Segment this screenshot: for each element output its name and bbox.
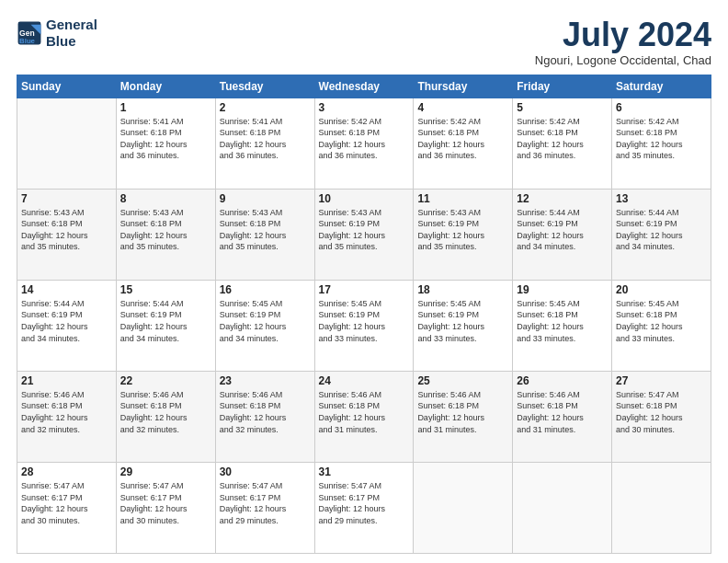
day-number: 28 <box>21 465 112 478</box>
cell-info: Sunrise: 5:47 AM Sunset: 6:17 PM Dayligh… <box>220 480 311 526</box>
calendar-cell: 18Sunrise: 5:45 AM Sunset: 6:19 PM Dayli… <box>414 280 513 371</box>
calendar-cell: 9Sunrise: 5:43 AM Sunset: 6:18 PM Daylig… <box>215 189 314 280</box>
weekday-header-sunday: Sunday <box>17 75 117 98</box>
calendar-cell: 16Sunrise: 5:45 AM Sunset: 6:19 PM Dayli… <box>215 280 314 371</box>
calendar-cell: 10Sunrise: 5:43 AM Sunset: 6:19 PM Dayli… <box>314 189 414 280</box>
calendar-cell: 8Sunrise: 5:43 AM Sunset: 6:18 PM Daylig… <box>116 189 215 280</box>
day-number: 6 <box>616 101 707 114</box>
calendar-cell: 27Sunrise: 5:47 AM Sunset: 6:18 PM Dayli… <box>612 371 711 462</box>
calendar-cell <box>612 462 711 553</box>
calendar-cell <box>17 98 117 189</box>
day-number: 12 <box>517 192 608 205</box>
cell-info: Sunrise: 5:45 AM Sunset: 6:18 PM Dayligh… <box>616 298 707 344</box>
day-number: 27 <box>616 374 707 387</box>
day-number: 20 <box>616 283 707 296</box>
day-number: 22 <box>120 374 211 387</box>
day-number: 21 <box>21 374 112 387</box>
weekday-header-tuesday: Tuesday <box>215 75 314 98</box>
day-number: 19 <box>517 283 608 296</box>
day-number: 29 <box>120 465 211 478</box>
calendar-cell: 4Sunrise: 5:42 AM Sunset: 6:18 PM Daylig… <box>414 98 513 189</box>
calendar-cell: 7Sunrise: 5:43 AM Sunset: 6:18 PM Daylig… <box>17 189 117 280</box>
cell-info: Sunrise: 5:46 AM Sunset: 6:18 PM Dayligh… <box>517 389 608 435</box>
day-number: 13 <box>616 192 707 205</box>
cell-info: Sunrise: 5:47 AM Sunset: 6:17 PM Dayligh… <box>319 480 410 526</box>
cell-info: Sunrise: 5:42 AM Sunset: 6:18 PM Dayligh… <box>517 116 608 162</box>
cell-info: Sunrise: 5:44 AM Sunset: 6:19 PM Dayligh… <box>21 298 112 344</box>
calendar-cell: 15Sunrise: 5:44 AM Sunset: 6:19 PM Dayli… <box>116 280 215 371</box>
cell-info: Sunrise: 5:44 AM Sunset: 6:19 PM Dayligh… <box>616 207 707 253</box>
calendar-cell: 21Sunrise: 5:46 AM Sunset: 6:18 PM Dayli… <box>17 371 117 462</box>
calendar-cell: 11Sunrise: 5:43 AM Sunset: 6:19 PM Dayli… <box>414 189 513 280</box>
cell-info: Sunrise: 5:46 AM Sunset: 6:18 PM Dayligh… <box>319 389 410 435</box>
day-number: 5 <box>517 101 608 114</box>
calendar-cell: 28Sunrise: 5:47 AM Sunset: 6:17 PM Dayli… <box>17 462 117 553</box>
weekday-header-wednesday: Wednesday <box>314 75 414 98</box>
day-number: 15 <box>120 283 211 296</box>
day-number: 14 <box>21 283 112 296</box>
cell-info: Sunrise: 5:43 AM Sunset: 6:19 PM Dayligh… <box>319 207 410 253</box>
cell-info: Sunrise: 5:41 AM Sunset: 6:18 PM Dayligh… <box>120 116 211 162</box>
day-number: 18 <box>417 283 508 296</box>
calendar-cell: 5Sunrise: 5:42 AM Sunset: 6:18 PM Daylig… <box>513 98 612 189</box>
day-number: 10 <box>319 192 410 205</box>
weekday-header-thursday: Thursday <box>414 75 513 98</box>
calendar-cell: 30Sunrise: 5:47 AM Sunset: 6:17 PM Dayli… <box>215 462 314 553</box>
calendar-cell <box>414 462 513 553</box>
calendar-cell: 1Sunrise: 5:41 AM Sunset: 6:18 PM Daylig… <box>116 98 215 189</box>
calendar-cell: 12Sunrise: 5:44 AM Sunset: 6:19 PM Dayli… <box>513 189 612 280</box>
cell-info: Sunrise: 5:46 AM Sunset: 6:18 PM Dayligh… <box>21 389 112 435</box>
calendar-cell: 25Sunrise: 5:46 AM Sunset: 6:18 PM Dayli… <box>414 371 513 462</box>
calendar-cell <box>513 462 612 553</box>
title-section: July 2024 Ngouri, Logone Occidental, Cha… <box>535 17 711 67</box>
calendar-cell: 20Sunrise: 5:45 AM Sunset: 6:18 PM Dayli… <box>612 280 711 371</box>
cell-info: Sunrise: 5:45 AM Sunset: 6:19 PM Dayligh… <box>319 298 410 344</box>
cell-info: Sunrise: 5:42 AM Sunset: 6:18 PM Dayligh… <box>417 116 508 162</box>
calendar-cell: 23Sunrise: 5:46 AM Sunset: 6:18 PM Dayli… <box>215 371 314 462</box>
calendar-cell: 29Sunrise: 5:47 AM Sunset: 6:17 PM Dayli… <box>116 462 215 553</box>
calendar-cell: 22Sunrise: 5:46 AM Sunset: 6:18 PM Dayli… <box>116 371 215 462</box>
calendar-cell: 24Sunrise: 5:46 AM Sunset: 6:18 PM Dayli… <box>314 371 414 462</box>
calendar: SundayMondayTuesdayWednesdayThursdayFrid… <box>17 75 711 554</box>
day-number: 30 <box>220 465 311 478</box>
day-number: 7 <box>21 192 112 205</box>
weekday-header-monday: Monday <box>116 75 215 98</box>
cell-info: Sunrise: 5:45 AM Sunset: 6:18 PM Dayligh… <box>517 298 608 344</box>
cell-info: Sunrise: 5:42 AM Sunset: 6:18 PM Dayligh… <box>319 116 410 162</box>
month-title: July 2024 <box>535 17 711 53</box>
day-number: 17 <box>319 283 410 296</box>
calendar-cell: 19Sunrise: 5:45 AM Sunset: 6:18 PM Dayli… <box>513 280 612 371</box>
cell-info: Sunrise: 5:42 AM Sunset: 6:18 PM Dayligh… <box>616 116 707 162</box>
cell-info: Sunrise: 5:47 AM Sunset: 6:17 PM Dayligh… <box>21 480 112 526</box>
logo-icon: Gen Blue <box>17 20 42 46</box>
cell-info: Sunrise: 5:44 AM Sunset: 6:19 PM Dayligh… <box>517 207 608 253</box>
cell-info: Sunrise: 5:46 AM Sunset: 6:18 PM Dayligh… <box>120 389 211 435</box>
cell-info: Sunrise: 5:43 AM Sunset: 6:18 PM Dayligh… <box>220 207 311 253</box>
cell-info: Sunrise: 5:41 AM Sunset: 6:18 PM Dayligh… <box>220 116 311 162</box>
cell-info: Sunrise: 5:46 AM Sunset: 6:18 PM Dayligh… <box>220 389 311 435</box>
calendar-cell: 14Sunrise: 5:44 AM Sunset: 6:19 PM Dayli… <box>17 280 117 371</box>
day-number: 4 <box>417 101 508 114</box>
day-number: 3 <box>319 101 410 114</box>
calendar-cell: 26Sunrise: 5:46 AM Sunset: 6:18 PM Dayli… <box>513 371 612 462</box>
day-number: 25 <box>417 374 508 387</box>
calendar-cell: 2Sunrise: 5:41 AM Sunset: 6:18 PM Daylig… <box>215 98 314 189</box>
cell-info: Sunrise: 5:47 AM Sunset: 6:17 PM Dayligh… <box>120 480 211 526</box>
calendar-cell: 6Sunrise: 5:42 AM Sunset: 6:18 PM Daylig… <box>612 98 711 189</box>
calendar-cell: 17Sunrise: 5:45 AM Sunset: 6:19 PM Dayli… <box>314 280 414 371</box>
day-number: 9 <box>220 192 311 205</box>
header: Gen Blue General Blue July 2024 Ngouri, … <box>17 17 711 67</box>
logo-text: General Blue <box>46 17 97 50</box>
cell-info: Sunrise: 5:43 AM Sunset: 6:19 PM Dayligh… <box>417 207 508 253</box>
calendar-cell: 3Sunrise: 5:42 AM Sunset: 6:18 PM Daylig… <box>314 98 414 189</box>
day-number: 31 <box>319 465 410 478</box>
day-number: 16 <box>220 283 311 296</box>
day-number: 11 <box>417 192 508 205</box>
calendar-cell: 13Sunrise: 5:44 AM Sunset: 6:19 PM Dayli… <box>612 189 711 280</box>
cell-info: Sunrise: 5:47 AM Sunset: 6:18 PM Dayligh… <box>616 389 707 435</box>
cell-info: Sunrise: 5:45 AM Sunset: 6:19 PM Dayligh… <box>417 298 508 344</box>
weekday-header-friday: Friday <box>513 75 612 98</box>
logo: Gen Blue General Blue <box>17 17 97 50</box>
location: Ngouri, Logone Occidental, Chad <box>535 53 711 67</box>
svg-text:Blue: Blue <box>19 37 36 45</box>
